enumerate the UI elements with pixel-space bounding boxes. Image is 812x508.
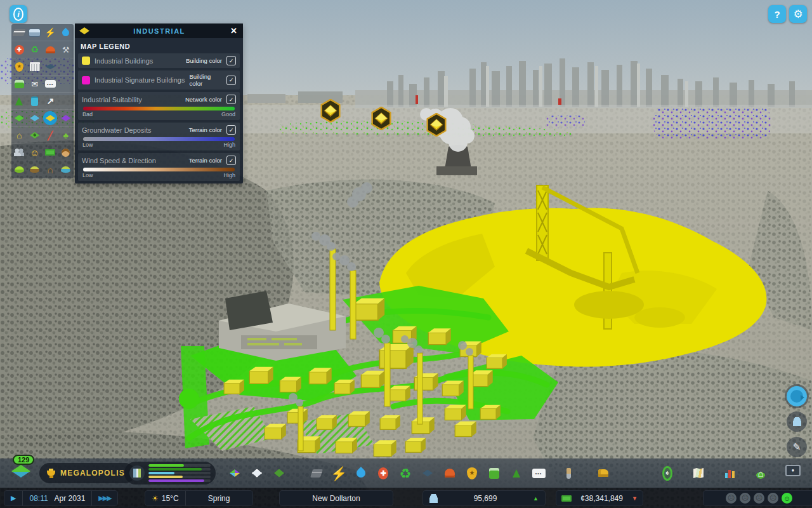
vehicles-infoview-button[interactable] (28, 25, 42, 39)
education-infoview-button[interactable] (43, 60, 57, 74)
fire-rescue-button[interactable] (441, 464, 459, 483)
happiness-selected-face[interactable]: ☺ (782, 493, 792, 504)
population-infoview-button[interactable] (12, 145, 26, 159)
parks-recreation-button[interactable] (508, 464, 525, 483)
routes-infoview-button[interactable]: ↗ (43, 94, 57, 108)
season-label: Spring (208, 494, 230, 503)
statistics-button[interactable] (721, 464, 738, 483)
police-infoview-button[interactable]: ★ (12, 60, 26, 74)
water-sewage-button[interactable] (352, 464, 370, 483)
police-infoview-icon: ★ (15, 62, 23, 72)
residential-infoview-button[interactable] (12, 111, 26, 125)
legend-type-label: Terrain color (189, 126, 222, 133)
economy-button[interactable]: ¢ (658, 464, 676, 483)
money-value: ¢38,341,849 (580, 494, 623, 503)
vegetation-button[interactable] (270, 464, 288, 483)
info-icon: i (13, 8, 23, 21)
terrain-infoview-button[interactable] (12, 163, 26, 177)
maintenance-infoview-button[interactable]: ⚒ (59, 43, 73, 57)
office-infoview-button[interactable] (59, 111, 73, 125)
milestone-button[interactable]: MEGALOPOLIS (39, 463, 135, 483)
clock-time: 08:11 (29, 494, 48, 503)
workers-infoview-button[interactable] (59, 145, 73, 159)
chirper-button[interactable] (787, 386, 807, 406)
speed-button[interactable]: ▶▶▶ (98, 494, 110, 502)
noise-infoview-button[interactable]: ∩ (43, 163, 57, 177)
notes-button[interactable]: ✎ (787, 437, 807, 457)
parks-infoview-button[interactable] (12, 94, 26, 108)
legend-label: Industrial Suitability (82, 96, 181, 104)
happiness-infoview-button[interactable]: ☺ (28, 145, 42, 159)
help-button[interactable]: ? (768, 5, 786, 23)
administration-infoview-button[interactable] (28, 60, 42, 74)
happiness-face[interactable]: ☹ (726, 493, 737, 504)
water-infoview-button[interactable] (59, 25, 73, 39)
city-name-display[interactable]: New Dollarton (279, 490, 393, 506)
checkbox[interactable]: ✓ (226, 156, 236, 165)
industrial-infoview-button[interactable] (43, 111, 57, 125)
infoview-row: ✚♻⚒ (11, 41, 74, 58)
infoviews-button[interactable]: i (10, 5, 27, 23)
money-infoview-button[interactable] (43, 145, 57, 159)
transportation-infoview-button[interactable] (12, 77, 26, 91)
water-infoview-icon (61, 27, 71, 37)
legend-type-label: Building color (186, 57, 222, 64)
bulldozer-button[interactable] (594, 464, 612, 483)
play-button[interactable]: ▶ (11, 494, 16, 502)
close-icon[interactable]: ✕ (229, 26, 239, 36)
communications-button[interactable]: ••• (530, 464, 547, 483)
city-journal-button[interactable] (690, 464, 707, 483)
citizen-follow-button[interactable] (787, 411, 807, 432)
education-button[interactable] (419, 464, 436, 483)
zoning-button[interactable] (226, 464, 244, 483)
checkbox[interactable]: ✓ (226, 56, 236, 65)
happiness-display[interactable]: ☹☹☹☹☺ (703, 490, 812, 506)
money-display[interactable]: ¢38,341,849 ▼ (556, 490, 643, 506)
settings-button[interactable]: ⚙ (789, 5, 807, 23)
infoview-row: ✉••• (11, 76, 74, 93)
electricity-infoview-button[interactable]: ⚡ (43, 25, 57, 39)
gradient-max-label: High (223, 142, 235, 148)
garbage-infoview-button[interactable]: ♻ (28, 43, 42, 57)
garbage-button[interactable]: ♻ (396, 464, 414, 483)
police-button[interactable]: ★ (463, 464, 481, 483)
electricity-button[interactable]: ⚡ (330, 464, 348, 483)
zoning-demand-panel[interactable] (124, 462, 216, 485)
statistics-line-infoview-button[interactable]: ╱ (43, 128, 57, 142)
roads-infoview-button[interactable] (12, 25, 26, 39)
photo-mode-button[interactable]: ● (782, 464, 804, 477)
healthcare-button[interactable]: ✚ (374, 464, 392, 483)
landscaping-button[interactable] (560, 464, 577, 483)
checkbox[interactable]: ✓ (226, 76, 236, 85)
signature-marker-2 (372, 107, 391, 130)
tourism-infoview-button[interactable] (28, 94, 42, 108)
water-terrain-infoview-button[interactable] (59, 163, 73, 177)
transportation-button[interactable] (485, 464, 503, 483)
population-display[interactable]: 95,699 ▲ (422, 490, 546, 506)
mail-infoview-button[interactable]: ✉ (28, 77, 42, 91)
milestone-label: MEGALOPOLIS (60, 469, 125, 478)
happiness-face[interactable]: ☹ (740, 493, 750, 504)
happiness-face[interactable]: ☹ (768, 493, 778, 504)
land-value-infoview-button[interactable]: ⌂ (12, 128, 26, 142)
checkbox[interactable]: ✓ (226, 95, 236, 104)
weather-display: ☀ 15°C Spring (145, 490, 253, 506)
population-infoview-icon (14, 149, 24, 156)
areas-button[interactable] (248, 464, 266, 483)
communications-infoview-button[interactable]: ••• (43, 77, 57, 91)
progression-button[interactable]: ⌂ (752, 464, 769, 483)
roads-infoview-icon (12, 29, 26, 36)
industrial-infoview-icon (46, 115, 55, 121)
legend-row-wind: Wind Speed & Direction Terrain color ✓ L… (78, 153, 240, 181)
healthcare-infoview-button[interactable]: ✚ (12, 43, 26, 57)
groundwater-gradient (83, 137, 235, 141)
checkbox[interactable]: ✓ (226, 125, 236, 135)
commercial-infoview-button[interactable] (28, 111, 42, 125)
pollution-infoview-button[interactable]: ♣ (59, 128, 73, 142)
roads-button[interactable] (308, 464, 325, 483)
happiness-face[interactable]: ☹ (754, 493, 764, 504)
fire-infoview-button[interactable] (43, 43, 57, 57)
city-level-badge[interactable]: 129 (8, 455, 37, 488)
soil-infoview-button[interactable] (28, 163, 42, 177)
economy-map-infoview-button[interactable]: ¢ (28, 128, 42, 142)
